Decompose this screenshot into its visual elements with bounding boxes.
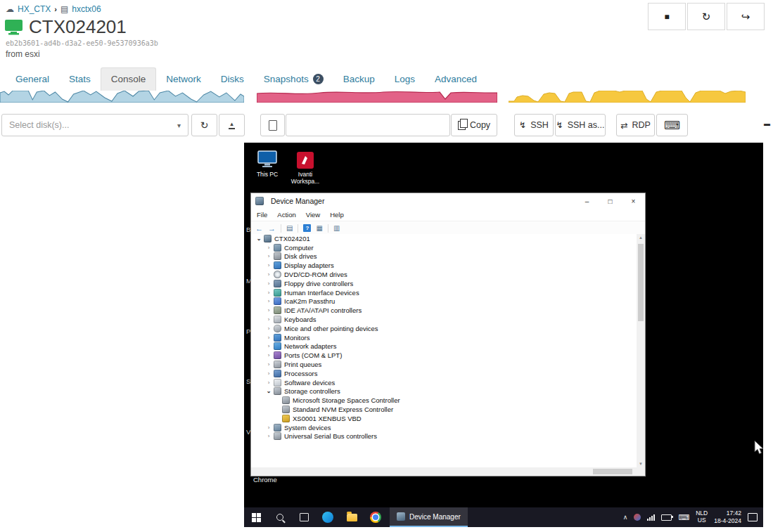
ssh-button[interactable]: ↯ SSH [514, 114, 554, 136]
forward-icon[interactable]: → [268, 224, 276, 233]
tree-item[interactable]: › Processors [251, 369, 637, 378]
tray-app-icon[interactable] [634, 514, 641, 521]
tree-item[interactable]: Standard NVM Express Controller [251, 405, 637, 414]
disk-select-dropdown[interactable]: Select disk(s)... ▾ [1, 114, 189, 136]
tab-console[interactable]: Console [101, 67, 157, 91]
tree-item[interactable]: › IcaK2m Passthru [251, 297, 637, 306]
hidden-icons-chevron-icon[interactable]: ∧ [623, 514, 628, 521]
menu-file[interactable]: File [257, 211, 267, 219]
chevron-right-icon[interactable]: › [265, 433, 272, 439]
ssh-as-button[interactable]: ↯ SSH as... [555, 114, 606, 136]
network-status-icon[interactable] [647, 514, 655, 521]
battery-status-icon[interactable] [661, 514, 672, 521]
restart-vm-button[interactable]: ↻ [687, 3, 725, 30]
tree-item[interactable]: › Print queues [251, 360, 637, 369]
chevron-right-icon[interactable]: › [265, 290, 272, 296]
chevron-right-icon[interactable]: › [265, 352, 272, 358]
refresh-disks-button[interactable]: ↻ [191, 114, 217, 136]
breadcrumb-pool-link[interactable]: HX_CTX [18, 4, 51, 14]
chevron-right-icon[interactable]: › [265, 361, 272, 368]
action-center-icon[interactable] [748, 513, 758, 521]
send-keys-button[interactable]: ⌨ [656, 114, 688, 136]
desktop-icon-ivanti-workspace[interactable]: Ivanti Workspa... [288, 149, 323, 185]
tab-snapshots[interactable]: Snapshots2 [254, 68, 333, 91]
close-button[interactable]: × [622, 193, 645, 209]
chevron-right-icon[interactable]: › [265, 253, 272, 259]
start-button[interactable] [244, 507, 268, 527]
tab-stats[interactable]: Stats [59, 68, 101, 91]
tree-item[interactable]: › Keyboards [251, 315, 637, 324]
console-clipboard-input[interactable] [286, 114, 450, 136]
breadcrumb-host-link[interactable]: hxctx06 [72, 4, 101, 14]
tree-item[interactable]: › Floppy drive controllers [251, 279, 637, 288]
tree-item[interactable]: › Monitors [251, 333, 637, 342]
tree-item[interactable]: › Human Interface Devices [251, 288, 637, 297]
chrome-window-label[interactable]: Chrome [253, 476, 277, 484]
clipboard-paste-button[interactable] [260, 114, 285, 136]
taskbar-edge-button[interactable] [316, 507, 340, 527]
tree-item[interactable]: › IDE ATA/ATAPI controllers [251, 306, 637, 315]
taskbar-search-button[interactable] [268, 507, 292, 527]
desktop-icon-this-pc[interactable]: This PC [250, 149, 285, 178]
scrollbar-thumb[interactable] [638, 244, 644, 321]
vertical-scrollbar[interactable]: ▲ ▼ [637, 234, 645, 467]
eject-disk-button[interactable]: ▴ [219, 114, 245, 136]
touch-keyboard-icon[interactable]: ⌨ [678, 513, 689, 522]
tree-item[interactable]: › Mice and other pointing devices [251, 324, 637, 333]
tree-item[interactable]: › Network adapters [251, 342, 637, 351]
panel-resize-handle[interactable]: ▬ [764, 120, 770, 127]
tree-item[interactable]: › DVD/CD-ROM drives [251, 270, 637, 279]
tree-item[interactable]: Microsoft Storage Spaces Controller [251, 396, 637, 405]
tree-item[interactable]: › Software devices [251, 378, 637, 387]
rdp-button[interactable]: ⇄ RDP [616, 114, 655, 136]
menu-help[interactable]: Help [330, 211, 344, 219]
chevron-right-icon[interactable]: › [265, 245, 272, 251]
chevron-right-icon[interactable]: › [265, 316, 272, 323]
stop-vm-button[interactable]: ■ [648, 3, 686, 30]
back-icon[interactable]: ← [255, 224, 263, 233]
maximize-button[interactable]: □ [599, 193, 622, 209]
tab-general[interactable]: General [6, 68, 59, 91]
tab-logs[interactable]: Logs [385, 68, 425, 91]
properties-icon[interactable]: ▦ [316, 224, 322, 232]
chevron-right-icon[interactable]: › [265, 325, 272, 332]
tab-advanced[interactable]: Advanced [425, 68, 487, 91]
scroll-up-icon[interactable]: ▲ [637, 235, 645, 240]
tab-network[interactable]: Network [156, 68, 211, 91]
chevron-right-icon[interactable]: › [265, 370, 272, 377]
taskbar-file-explorer-button[interactable] [340, 507, 364, 527]
chevron-down-icon[interactable]: ⌄ [255, 235, 262, 242]
chevron-right-icon[interactable]: › [265, 271, 272, 278]
chevron-right-icon[interactable]: › [265, 262, 272, 268]
chevron-right-icon[interactable]: › [265, 424, 272, 431]
tree-item[interactable]: › Universal Serial Bus controllers [251, 432, 637, 441]
help-icon[interactable]: ? [303, 224, 311, 232]
copy-button[interactable]: Copy [451, 114, 497, 136]
tree-item[interactable]: XS0001 XENBUS VBD [251, 414, 637, 423]
show-console-tree-icon[interactable]: ▤ [286, 224, 293, 232]
tree-item[interactable]: › System devices [251, 423, 637, 432]
horizontal-scrollbar[interactable] [251, 467, 637, 476]
chevron-right-icon[interactable]: › [265, 379, 272, 386]
tree-item-root[interactable]: ⌄ CTX024201 [251, 234, 637, 243]
tree-item-storage-controllers[interactable]: ⌄ Storage controllers [251, 387, 637, 396]
chevron-right-icon[interactable]: › [265, 298, 272, 304]
chevron-right-icon[interactable]: › [265, 335, 272, 341]
scrollbar-thumb[interactable] [593, 469, 632, 474]
tree-item[interactable]: › Display adapters [251, 261, 637, 270]
chevron-right-icon[interactable]: › [265, 343, 272, 349]
tree-item[interactable]: › Computer [251, 243, 637, 252]
menu-view[interactable]: View [306, 211, 320, 219]
export-vm-button[interactable]: ↪ [727, 3, 765, 30]
taskbar-device-manager-button[interactable]: Device Manager [390, 507, 468, 527]
taskbar-clock[interactable]: 17:42 18-4-2024 [714, 510, 741, 524]
vm-console-screen[interactable]: B M P S V This PC Ivanti Workspa... Devi… [244, 143, 763, 527]
tab-disks[interactable]: Disks [211, 68, 254, 91]
chevron-right-icon[interactable]: › [265, 280, 272, 287]
scan-hardware-icon[interactable]: ▥ [333, 224, 340, 232]
scroll-down-icon[interactable]: ▼ [637, 462, 645, 466]
minimize-button[interactable]: – [575, 193, 599, 209]
tree-item[interactable]: › Disk drives [251, 252, 637, 261]
menu-action[interactable]: Action [277, 211, 295, 219]
task-view-button[interactable] [292, 507, 316, 527]
